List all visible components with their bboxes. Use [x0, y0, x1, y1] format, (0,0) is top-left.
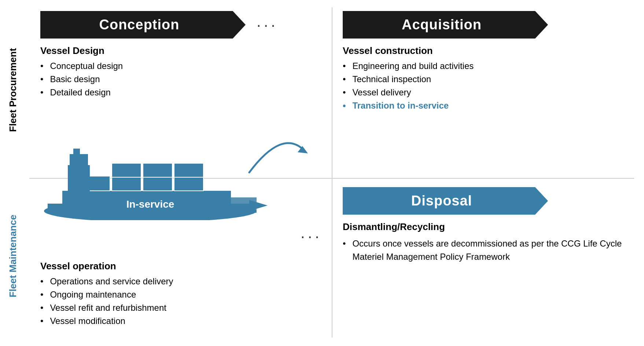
- fleet-procurement-label: Fleet Procurement: [0, 0, 26, 173]
- bottom-right-quadrant: Disposal Dismantling/Recycling Occurs on…: [332, 180, 634, 336]
- acquisition-banner-row: Acquisition: [343, 11, 623, 39]
- list-item-highlight: Transition to in-service: [343, 101, 623, 111]
- vessel-design-heading: Vessel Design: [40, 45, 321, 57]
- fleet-maintenance-label: Fleet Maintenance: [0, 173, 26, 346]
- disposal-banner: Disposal: [343, 187, 548, 215]
- arrow-curve: [238, 121, 312, 180]
- acquisition-label: Acquisition: [402, 17, 489, 33]
- svg-rect-7: [143, 163, 172, 177]
- dismantling-list: Occurs once vessels are decommissioned a…: [343, 237, 623, 263]
- top-right-quadrant: Acquisition Vessel construction Engineer…: [332, 7, 634, 117]
- list-item: Basic design: [40, 74, 321, 84]
- dismantling-heading: Dismantling/Recycling: [343, 221, 623, 233]
- list-item: Operations and service delivery: [40, 276, 321, 287]
- svg-rect-11: [73, 149, 80, 156]
- vertical-labels: Fleet Procurement Fleet Maintenance: [0, 0, 26, 346]
- acquisition-banner: Acquisition: [343, 11, 548, 39]
- bottom-section: Vessel operation Operations and service …: [29, 180, 634, 336]
- vessel-construction-heading: Vessel construction: [343, 45, 623, 57]
- conception-banner: Conception: [40, 11, 246, 39]
- svg-rect-8: [174, 163, 203, 177]
- list-item: Technical inspection: [343, 74, 623, 84]
- vessel-operation-list: Operations and service delivery Ongoing …: [40, 276, 321, 326]
- list-item: Vessel delivery: [343, 87, 623, 98]
- conception-label: Conception: [99, 17, 187, 33]
- conception-banner-row: Conception ···: [40, 11, 321, 39]
- list-item: Vessel modification: [40, 316, 321, 326]
- bottom-left-quadrant: Vessel operation Operations and service …: [29, 180, 332, 336]
- list-item: Engineering and build activities: [343, 61, 623, 71]
- vessel-operation-heading: Vessel operation: [40, 261, 321, 272]
- list-item: Occurs once vessels are decommissioned a…: [343, 237, 623, 263]
- list-item: Ongoing maintenance: [40, 289, 321, 300]
- dots-left: ···: [257, 16, 278, 34]
- svg-rect-6: [112, 163, 141, 177]
- list-item: Detailed design: [40, 87, 321, 98]
- disposal-banner-row: Disposal: [343, 187, 623, 215]
- dots-bottom: ···: [301, 227, 322, 245]
- disposal-label: Disposal: [411, 193, 479, 209]
- vessel-design-list: Conceptual design Basic design Detailed …: [40, 61, 321, 98]
- top-section: Conception ··· Vessel Design Conceptual …: [29, 7, 634, 117]
- top-left-quadrant: Conception ··· Vessel Design Conceptual …: [29, 7, 332, 117]
- list-item: Vessel refit and refurbishment: [40, 303, 321, 313]
- svg-rect-10: [70, 154, 88, 167]
- vessel-construction-list: Engineering and build activities Technic…: [343, 61, 623, 111]
- list-item: Conceptual design: [40, 61, 321, 71]
